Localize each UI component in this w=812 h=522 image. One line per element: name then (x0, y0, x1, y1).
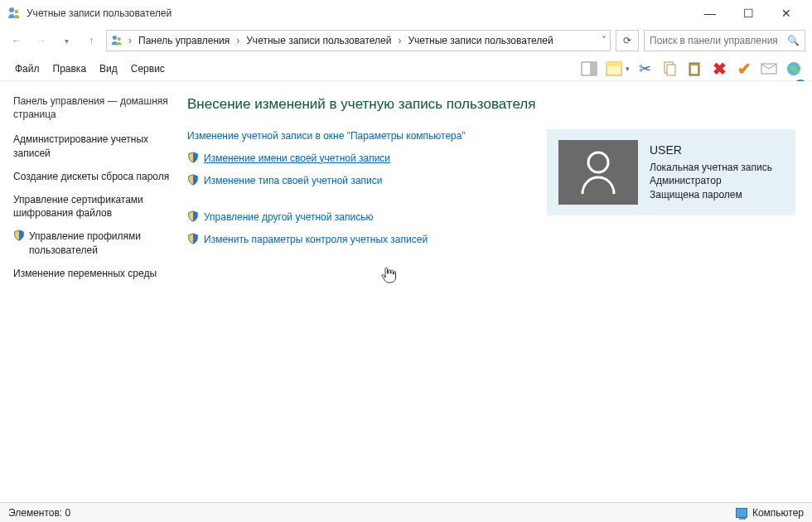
user-name: USER (650, 143, 772, 159)
link-change-account-name[interactable]: Изменение имени своей учетной записи (187, 152, 535, 166)
mail-button[interactable] (759, 59, 779, 79)
sidebar: Панель управления — домашняя страница Ад… (0, 81, 181, 502)
menu-tools[interactable]: Сервис (124, 60, 172, 78)
menu-bar: Файл Правка Вид Сервис ▾ ✂ ✖ ✔ (0, 56, 812, 81)
svg-point-2 (113, 35, 117, 39)
paste-button[interactable] (684, 59, 704, 79)
maximize-button[interactable]: ☐ (729, 1, 767, 26)
window-title: Учетные записи пользователей (27, 7, 691, 19)
user-protection: Защищена паролем (650, 188, 772, 202)
user-accounts-icon (7, 5, 22, 22)
forward-button[interactable]: → (31, 31, 51, 51)
svg-rect-9 (667, 65, 675, 75)
recent-dropdown[interactable]: ▾ (56, 31, 76, 51)
cut-button[interactable]: ✂ (635, 59, 655, 79)
close-button[interactable]: ✕ (767, 1, 805, 26)
sidebar-item-admin-accounts[interactable]: Администрирование учетных записей (13, 133, 171, 159)
layout-dropdown[interactable]: ▾ (626, 65, 630, 73)
status-count: Элементов: 0 (8, 507, 70, 519)
main-panel: Внесение изменений в учетную запись поль… (181, 81, 812, 502)
control-panel-home-link[interactable]: Панель управления — домашняя страница (13, 94, 171, 121)
page-heading: Внесение изменений в учетную запись поль… (187, 96, 795, 113)
sidebar-item-env-vars[interactable]: Изменение переменных среды (13, 267, 171, 280)
search-input[interactable] (650, 35, 787, 46)
refresh-button[interactable]: ⟳ (616, 30, 639, 51)
chevron-right-icon: › (127, 35, 133, 46)
menu-view[interactable]: Вид (93, 60, 124, 78)
link-change-account-type[interactable]: Изменение типа своей учетной записи (187, 174, 535, 188)
svg-point-16 (588, 152, 608, 172)
svg-rect-7 (607, 62, 621, 66)
layout-button[interactable] (604, 59, 624, 79)
window-controls: — ☐ ✕ (691, 1, 805, 26)
toolbar: ▾ ✂ ✖ ✔ (579, 59, 804, 79)
user-accounts-icon (110, 33, 123, 49)
svg-point-15 (794, 70, 799, 73)
search-icon[interactable]: 🔍 (787, 35, 800, 46)
shield-icon (13, 230, 25, 241)
nav-bar: ← → ▾ ↑ › Панель управления › Учетные за… (0, 27, 812, 56)
breadcrumb[interactable]: › Панель управления › Учетные записи пол… (106, 30, 611, 51)
sidebar-item-reset-disk[interactable]: Создание дискеты сброса пароля (13, 170, 171, 183)
minimize-button[interactable]: — (691, 1, 729, 26)
title-bar: Учетные записи пользователей — ☐ ✕ (0, 0, 812, 27)
breadcrumb-leaf[interactable]: Учетные записи пользователей (406, 35, 554, 46)
link-uac-settings[interactable]: Изменить параметры контроля учетных запи… (187, 233, 535, 247)
svg-point-1 (15, 9, 19, 13)
status-bar: Элементов: 0 Компьютер (0, 502, 812, 522)
menu-file[interactable]: Файл (8, 60, 46, 78)
menu-edit[interactable]: Правка (46, 60, 94, 78)
cursor-icon (381, 267, 396, 287)
confirm-button[interactable]: ✔ (734, 59, 754, 79)
svg-point-14 (790, 65, 796, 70)
preview-pane-button[interactable] (579, 59, 599, 79)
chevron-right-icon: › (396, 35, 403, 46)
status-right: Компьютер (736, 507, 804, 519)
globe-button[interactable] (784, 59, 804, 79)
shield-icon (187, 210, 199, 222)
delete-button[interactable]: ✖ (709, 59, 729, 79)
breadcrumb-root[interactable]: Панель управления (137, 35, 231, 46)
user-info: USER Локальная учетная запись Администра… (650, 143, 772, 202)
svg-rect-11 (691, 65, 698, 74)
copy-button[interactable] (660, 59, 679, 79)
up-button[interactable]: ↑ (81, 31, 101, 51)
content-area: Панель управления — домашняя страница Ад… (0, 81, 812, 502)
link-change-in-settings[interactable]: Изменение учетной записи в окне "Парамет… (187, 129, 535, 143)
link-manage-other-account[interactable]: Управление другой учетной записью (187, 210, 535, 225)
breadcrumb-mid[interactable]: Учетные записи пользователей (244, 35, 393, 46)
sidebar-item-certificates[interactable]: Управление сертификатами шифрования файл… (13, 193, 171, 220)
svg-rect-5 (590, 62, 597, 75)
shield-icon (187, 152, 199, 163)
user-card: USER Локальная учетная запись Администра… (547, 129, 795, 215)
back-button[interactable]: ← (7, 31, 27, 51)
sidebar-item-profiles[interactable]: Управление профилями пользователей (13, 230, 171, 256)
address-dropdown[interactable]: ˅ (602, 35, 607, 46)
search-box[interactable]: 🔍 (644, 30, 805, 51)
svg-point-3 (118, 37, 121, 41)
user-role: Администратор (650, 174, 772, 188)
svg-point-0 (9, 7, 14, 12)
shield-icon (187, 174, 199, 186)
actions-list: Изменение учетной записи в окне "Парамет… (187, 129, 535, 255)
user-avatar (558, 140, 638, 205)
monitor-icon (736, 508, 747, 518)
status-computer-label: Компьютер (752, 507, 804, 519)
shield-icon (187, 233, 199, 244)
chevron-right-icon: › (234, 35, 241, 46)
user-account-type: Локальная учетная запись (650, 161, 772, 175)
sidebar-item-label: Управление профилями пользователей (29, 230, 171, 256)
